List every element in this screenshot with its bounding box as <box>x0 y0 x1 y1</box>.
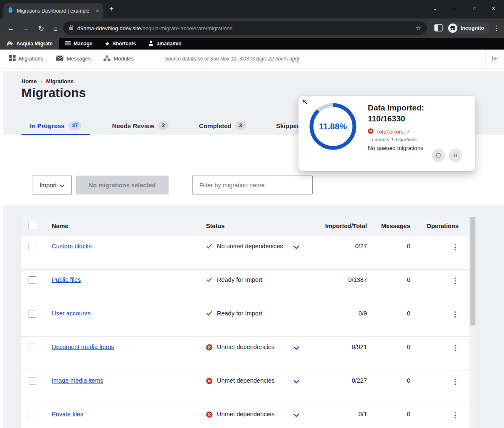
tab-search-icon[interactable]: ⌄ <box>425 1 445 16</box>
tab-close-icon[interactable]: × <box>96 8 99 14</box>
row-checkbox <box>29 411 36 418</box>
header-messages: Messages <box>367 223 412 229</box>
scrollbar-thumb[interactable] <box>470 217 475 326</box>
pause-button[interactable] <box>449 149 462 162</box>
chevron-down-icon[interactable] <box>293 378 300 385</box>
shortcuts-menu-item[interactable]: ★ Shortcuts <box>99 38 142 50</box>
acquia-migrate-brand[interactable]: Acquia Migrate <box>0 38 59 50</box>
table-scrollbar[interactable] <box>470 216 475 428</box>
tab-completed[interactable]: Completed3 <box>190 116 254 135</box>
messages-nav-item[interactable]: Messages <box>53 55 94 62</box>
status-ok-icon <box>206 277 213 284</box>
tab-needs-review[interactable]: Needs Review2 <box>103 116 177 135</box>
url-path: /acquia-migrate-accelerate/migrations <box>141 25 232 32</box>
import-button[interactable]: Import <box>32 176 72 194</box>
status-text: Ready for Import <box>217 276 262 283</box>
user-icon <box>148 40 153 47</box>
brand-label: Acquia Migrate <box>16 41 53 47</box>
drupal-favicon-icon <box>8 7 13 15</box>
source-database-note: Source database of Sun Nov 12, 3:03 (3 d… <box>165 56 299 62</box>
address-bar[interactable]: d9ama-ddevblog.ddev.site/acquia-migrate-… <box>63 21 427 35</box>
chevron-down-icon[interactable] <box>293 244 300 251</box>
progress-percent: 11.88% <box>308 101 358 152</box>
select-all-checkbox[interactable] <box>29 222 36 229</box>
table-header-row: Name Status Imported/Total Messages Oper… <box>21 216 475 236</box>
status-text: No unmet dependencies <box>217 243 283 249</box>
grid-icon <box>9 55 16 63</box>
tab-label: Needs Review <box>112 122 154 129</box>
envelope-icon <box>56 55 63 62</box>
messages-count: 0 <box>407 411 410 417</box>
stop-button[interactable] <box>432 149 445 162</box>
row-checkbox[interactable] <box>29 243 36 250</box>
migration-name-link[interactable]: Custom blocks <box>52 243 92 249</box>
migration-name-link[interactable]: Document media items <box>52 344 114 350</box>
operations-kebab-icon[interactable]: ⋮ <box>451 243 459 251</box>
status-text: Unmet dependencies <box>217 411 274 417</box>
side-panel-icon[interactable] <box>434 24 443 33</box>
reload-button[interactable]: ↻ <box>35 23 47 34</box>
progress-popup: 11.88% Data imported: 110/16330 Total er… <box>298 96 475 171</box>
browser-tab[interactable]: Migrations Dashboard | example × <box>3 3 103 18</box>
hamburger-icon <box>65 41 71 47</box>
migration-name-link[interactable]: Public files <box>52 276 81 283</box>
messages-nav-label: Messages <box>67 56 91 62</box>
admin-toolbar: Acquia Migrate Manage ★ Shortcuts amadam… <box>0 38 504 50</box>
incognito-badge[interactable]: Incognito <box>446 22 490 34</box>
operations-kebab-icon[interactable]: ⋮ <box>451 378 459 386</box>
window-maximize-button[interactable]: □ <box>465 1 484 16</box>
user-menu-item[interactable]: amadamin <box>142 38 187 50</box>
filter-input[interactable] <box>192 176 313 194</box>
url-text: d9ama-ddevblog.ddev.site/acquia-migrate-… <box>77 25 232 32</box>
row-checkbox <box>29 344 36 351</box>
operations-kebab-icon[interactable]: ⋮ <box>451 411 459 419</box>
imported-total-value: 0/227 <box>352 377 367 384</box>
total-errors-link[interactable]: Total errors: 7 <box>368 128 409 135</box>
operations-kebab-icon[interactable]: ⋮ <box>451 277 459 285</box>
new-tab-button[interactable]: + <box>109 5 114 13</box>
forward-button[interactable]: → <box>20 23 32 34</box>
table-row: Custom blocksNo unmet dependencies0/270⋮ <box>21 236 475 269</box>
modules-nav-item[interactable]: Modules <box>100 55 137 63</box>
collapse-toolbar-icon[interactable] <box>486 50 504 68</box>
chevron-down-icon <box>60 182 64 189</box>
tab-in-progress[interactable]: In Progress37 <box>21 116 90 135</box>
row-checkbox[interactable] <box>29 310 36 318</box>
migration-name-link[interactable]: Image media items <box>52 377 103 384</box>
migration-name-link[interactable]: Private files <box>52 411 83 417</box>
across-migrations-note: ↪ across 4 migrations <box>369 137 417 143</box>
stop-icon <box>435 152 442 159</box>
tab-label: In Progress <box>30 122 65 129</box>
breadcrumb-separator: › <box>40 78 42 84</box>
status-error-icon <box>206 378 213 386</box>
home-button[interactable]: ⌂ <box>50 23 61 34</box>
breadcrumb-home-link[interactable]: Home <box>21 78 37 84</box>
chevron-down-icon[interactable] <box>293 345 300 352</box>
back-button[interactable]: ← <box>5 23 17 34</box>
messages-count: 0 <box>407 243 410 249</box>
messages-count: 0 <box>407 344 410 350</box>
table-row: Public filesReady for Import0/13870⋮ <box>21 269 475 303</box>
shortcuts-label: Shortcuts <box>112 41 136 47</box>
table-body: Custom blocksNo unmet dependencies0/270⋮… <box>21 236 475 428</box>
incognito-icon <box>448 24 457 33</box>
browser-menu-icon[interactable]: ⋮ <box>493 24 500 32</box>
table-row: Document media itemsUnmet dependencies0/… <box>21 336 475 370</box>
chevron-down-icon[interactable] <box>293 412 300 419</box>
migration-name-link[interactable]: User accounts <box>52 310 91 317</box>
migrations-nav-item[interactable]: Migrations <box>6 55 47 63</box>
tab-count-badge: 37 <box>69 121 82 130</box>
header-name: Name <box>47 223 198 229</box>
imported-total-value: 0/1387 <box>348 276 367 283</box>
manage-menu-item[interactable]: Manage <box>59 38 99 50</box>
progress-ring: 11.88% <box>308 101 358 152</box>
bookmark-star-icon[interactable]: ☆ <box>416 24 421 32</box>
data-imported-fraction: 110/16330 <box>368 114 405 123</box>
migrations-table: Name Status Imported/Total Messages Oper… <box>21 216 475 428</box>
row-checkbox[interactable] <box>29 276 36 284</box>
status-text: Ready for Import <box>217 310 262 317</box>
window-close-button[interactable]: × <box>484 1 503 16</box>
operations-kebab-icon[interactable]: ⋮ <box>451 344 459 352</box>
operations-kebab-icon[interactable]: ⋮ <box>451 310 459 318</box>
window-minimize-button[interactable]: – <box>445 1 464 16</box>
